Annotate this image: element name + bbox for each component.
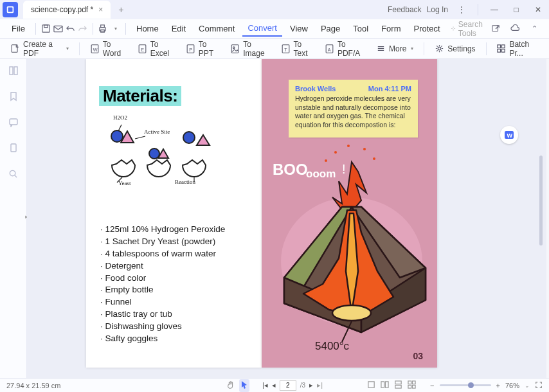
select-tool-icon[interactable] <box>239 379 249 392</box>
new-tab-button[interactable]: + <box>116 2 126 17</box>
page-input[interactable] <box>280 380 296 391</box>
svg-rect-8 <box>492 25 498 31</box>
vertical-scrollbar[interactable] <box>539 156 543 245</box>
cloud-icon[interactable] <box>508 22 522 36</box>
svg-text:W: W <box>93 47 98 52</box>
maximize-icon[interactable]: □ <box>508 1 525 18</box>
create-pdf-button[interactable]: Create a PDF▾ <box>6 38 73 60</box>
zoom-thumb[interactable] <box>468 382 474 388</box>
share-icon[interactable] <box>489 22 503 36</box>
menu-comment[interactable]: Comment <box>194 21 240 36</box>
next-page-icon[interactable]: ▸ <box>309 381 313 389</box>
zoom-dropdown-icon[interactable]: ⌄ <box>525 382 530 389</box>
svg-rect-4 <box>54 26 62 31</box>
save-icon[interactable] <box>41 22 51 36</box>
svg-text:E: E <box>141 47 144 52</box>
kebab-icon[interactable]: ⋮ <box>453 1 470 18</box>
boom-text: BOO <box>273 161 308 178</box>
feedback-link[interactable]: Feedback <box>388 5 422 14</box>
list-item: Plastic tray or tub <box>100 308 225 321</box>
menu-tool[interactable]: Tool <box>348 21 374 36</box>
document-tab[interactable]: science-copy.pdf * × <box>23 1 111 19</box>
zoom-in-icon[interactable]: + <box>496 382 500 389</box>
close-window-icon[interactable]: ✕ <box>530 1 546 18</box>
batch-label: Batch Pr... <box>509 40 539 58</box>
collapse-icon[interactable]: ⌃ <box>527 22 541 36</box>
convert-toolbar: Create a PDF▾ W To Word E To Excel P To … <box>0 39 549 59</box>
zoom-slider[interactable] <box>440 384 491 386</box>
redo-icon[interactable] <box>78 22 87 36</box>
materials-heading: Materials: <box>99 86 181 106</box>
to-pdfa-button[interactable]: A To PDF/A <box>321 38 368 60</box>
more-button[interactable]: More▾ <box>372 42 417 55</box>
to-pdfa-label: To PDF/A <box>338 40 364 58</box>
list-item: Food color <box>100 272 225 285</box>
last-page-icon[interactable]: ▸| <box>317 381 323 389</box>
search-panel-icon[interactable] <box>7 167 20 180</box>
hand-tool-icon[interactable] <box>226 380 235 391</box>
menu-home[interactable]: Home <box>131 21 164 36</box>
prev-page-icon[interactable]: ◂ <box>272 381 276 389</box>
svg-text:T: T <box>284 47 287 52</box>
svg-text:!: ! <box>342 162 346 176</box>
attachment-icon[interactable] <box>7 141 20 154</box>
menu-page[interactable]: Page <box>316 21 345 36</box>
undo-icon[interactable] <box>66 22 75 36</box>
to-image-label: To Image <box>243 40 269 58</box>
view-mode-4-icon[interactable] <box>408 380 416 390</box>
zoom-out-icon[interactable]: − <box>430 382 434 389</box>
svg-rect-56 <box>408 385 411 388</box>
to-text-button[interactable]: T To Text <box>277 38 317 60</box>
svg-rect-50 <box>381 382 384 388</box>
svg-rect-52 <box>395 381 401 384</box>
to-word-button[interactable]: W To Word <box>86 38 130 60</box>
to-excel-button[interactable]: E To Excel <box>134 38 178 60</box>
fullscreen-icon[interactable] <box>535 381 543 390</box>
print-dropdown-icon[interactable]: ▾ <box>111 22 120 36</box>
mail-icon[interactable] <box>53 22 63 36</box>
menu-view[interactable]: View <box>285 21 313 36</box>
temp-label: 5400°c <box>315 340 350 352</box>
view-mode-3-icon[interactable] <box>394 380 402 390</box>
view-mode-2-icon[interactable] <box>381 380 389 390</box>
to-word-label: To Word <box>103 40 126 58</box>
bookmark-icon[interactable] <box>7 90 20 103</box>
close-tab-icon[interactable]: × <box>98 5 103 14</box>
menu-convert[interactable]: Convert <box>242 21 282 37</box>
menu-protect[interactable]: Protect <box>409 21 446 36</box>
page-left: Materials: <box>86 59 262 368</box>
list-item: Dishwashing gloves <box>100 321 225 333</box>
svg-rect-29 <box>10 119 17 125</box>
svg-rect-26 <box>502 49 505 52</box>
file-menu[interactable]: File <box>8 21 29 36</box>
list-item: 4 tablespoons of warm water <box>100 248 225 260</box>
to-ppt-button[interactable]: P To PPT <box>182 38 223 60</box>
batch-button[interactable]: Batch Pr... <box>492 38 543 60</box>
settings-button[interactable]: Settings <box>431 42 479 55</box>
label-yeast: Yeast <box>118 180 131 186</box>
svg-rect-54 <box>408 381 411 384</box>
text-icon: T <box>281 44 291 54</box>
print-icon[interactable] <box>98 22 107 36</box>
materials-list: 125ml 10% Hydrogen Peroxide 1 Sachet Dry… <box>100 224 225 345</box>
minimize-icon[interactable]: — <box>486 1 503 18</box>
first-page-icon[interactable]: |◂ <box>262 381 268 389</box>
svg-marker-37 <box>197 135 210 145</box>
view-mode-1-icon[interactable] <box>367 380 375 390</box>
total-pages: /3 <box>300 382 305 389</box>
login-link[interactable]: Log In <box>427 5 448 14</box>
svg-point-45 <box>347 145 350 147</box>
comment-panel-icon[interactable] <box>7 116 20 129</box>
svg-point-17 <box>233 46 235 48</box>
titlebar: science-copy.pdf * × + Feedback Log In ⋮… <box>0 0 549 19</box>
floating-word-icon[interactable]: W <box>500 126 518 144</box>
comment-sticky-note[interactable]: Brook Wells Mon 4:11 PM Hydrogen peroxid… <box>289 80 418 138</box>
menu-form[interactable]: Form <box>376 21 406 36</box>
svg-rect-30 <box>11 144 16 152</box>
search-tools[interactable]: Search Tools <box>451 20 486 38</box>
word-icon: W <box>90 44 100 54</box>
statusbar: 27.94 x 21.59 cm |◂ ◂ /3 ▸ ▸| − + 76% ⌄ <box>0 378 549 392</box>
thumbnails-icon[interactable] <box>7 64 20 77</box>
menu-edit[interactable]: Edit <box>166 21 191 36</box>
to-image-button[interactable]: To Image <box>226 38 273 60</box>
